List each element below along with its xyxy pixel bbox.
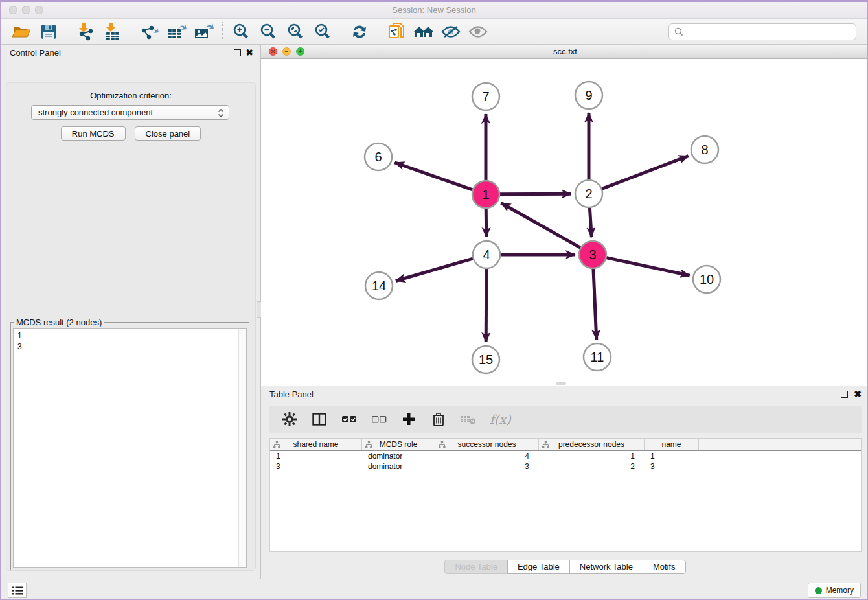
tab-edge-table[interactable]: Edge Table (507, 560, 570, 574)
home-button[interactable] (410, 21, 437, 42)
select-all-icon (341, 415, 357, 424)
graph-node-7[interactable]: 7 (472, 83, 499, 110)
node-label: 6 (374, 150, 382, 164)
import-network-button[interactable] (72, 21, 99, 42)
graph-node-4[interactable]: 4 (473, 241, 500, 268)
delete-row-button[interactable] (430, 411, 447, 428)
split-view-button[interactable] (311, 411, 328, 428)
plus-icon (402, 413, 415, 426)
table-settings-button[interactable] (281, 411, 298, 428)
graph-edge-1-2[interactable] (499, 194, 571, 194)
graph-node-14[interactable]: 14 (365, 272, 393, 299)
cell-MCDS-role[interactable]: dominator (362, 451, 435, 461)
search-input[interactable] (687, 27, 851, 36)
mcds-result-area[interactable]: 1 3 (13, 328, 247, 568)
minimize-window-icon[interactable] (22, 6, 30, 14)
close-window-icon[interactable] (9, 6, 17, 14)
close-panel-button[interactable]: Close panel (135, 126, 201, 141)
graph-edge-1-6[interactable] (394, 163, 473, 190)
column-header-successor-nodes[interactable]: successor nodes (435, 439, 539, 450)
column-header-predecessor-nodes[interactable]: predecessor nodes (539, 439, 645, 450)
export-network-button[interactable] (136, 21, 163, 42)
cell-predecessor-nodes[interactable]: 2 (539, 461, 645, 472)
cell-shared-name[interactable]: 3 (270, 461, 362, 472)
graph-node-2[interactable]: 2 (575, 180, 602, 207)
graph-node-11[interactable]: 11 (584, 343, 611, 371)
run-mcds-button[interactable]: Run MCDS (61, 126, 126, 141)
network-close-icon[interactable]: ✕ (269, 47, 277, 56)
tab-motifs[interactable]: Motifs (643, 560, 686, 574)
graph-edge-3-10[interactable] (606, 257, 690, 275)
zoom-fit-button[interactable] (282, 21, 309, 42)
cell-shared-name[interactable]: 1 (270, 451, 362, 461)
cell-predecessor-nodes[interactable]: 1 (539, 451, 645, 461)
save-session-button[interactable] (35, 21, 62, 42)
graph-edge-2-8[interactable] (602, 156, 689, 189)
cell-successor-nodes[interactable]: 3 (435, 461, 539, 472)
add-row-button[interactable] (400, 411, 417, 428)
graph-node-9[interactable]: 9 (575, 82, 602, 109)
graph-node-6[interactable]: 6 (365, 143, 392, 170)
cell-MCDS-role[interactable]: dominator (362, 461, 435, 472)
network-window-title: scc.txt (261, 45, 868, 58)
graph-edge-4-14[interactable] (396, 259, 474, 281)
show-all-button[interactable] (464, 21, 492, 42)
open-session-button[interactable] (8, 21, 35, 42)
close-table-panel-icon[interactable]: ✖ (854, 389, 862, 398)
table-header-row: shared nameMCDS rolesuccessor nodesprede… (270, 439, 861, 451)
export-image-button[interactable] (190, 21, 218, 42)
cell-name[interactable]: 1 (645, 451, 699, 461)
select-all-button[interactable] (341, 411, 358, 428)
tab-node-table[interactable]: Node Table (444, 560, 508, 574)
import-table-button[interactable] (99, 21, 126, 42)
graph-node-15[interactable]: 15 (472, 346, 499, 373)
graph-edge-3-1[interactable] (501, 203, 581, 248)
network-minimize-icon[interactable]: − (282, 47, 291, 56)
delete-table-button[interactable] (460, 411, 477, 428)
float-panel-icon[interactable] (234, 49, 241, 56)
attribute-icon (273, 441, 280, 448)
graph-edge-2-3[interactable] (589, 207, 591, 237)
zoom-fit-icon (286, 23, 304, 41)
graph-edge-4-15[interactable] (486, 268, 486, 342)
deselect-all-button[interactable] (371, 411, 387, 428)
float-table-panel-icon[interactable] (841, 391, 848, 398)
network-graph[interactable]: 7968124314101511 (261, 59, 868, 386)
graph-node-1[interactable]: 1 (472, 181, 499, 208)
network-maximize-icon[interactable]: + (296, 47, 304, 56)
zoom-in-button[interactable] (227, 21, 255, 42)
graph-node-8[interactable]: 8 (691, 136, 718, 163)
tab-network-table[interactable]: Network Table (569, 560, 643, 574)
clone-network-icon (387, 22, 405, 41)
cell-name[interactable]: 3 (645, 461, 699, 472)
cell-successor-nodes[interactable]: 4 (435, 451, 539, 461)
column-header-name[interactable]: name (645, 439, 699, 450)
maximize-window-icon[interactable] (35, 6, 43, 14)
zoom-selected-icon (314, 23, 332, 41)
task-history-button[interactable] (8, 583, 27, 598)
graph-node-3[interactable]: 3 (579, 241, 606, 268)
optimization-criterion-label: Optimization criterion: (6, 91, 255, 100)
search-box[interactable] (668, 23, 856, 40)
export-table-button[interactable] (163, 21, 190, 42)
close-panel-icon[interactable]: ✖ (246, 48, 253, 57)
apply-function-button[interactable]: f(x) (490, 411, 511, 428)
refresh-button[interactable] (346, 21, 373, 42)
result-scrollbar[interactable] (238, 329, 246, 567)
zoom-out-button[interactable] (255, 21, 282, 42)
graph-edge-3-11[interactable] (593, 268, 597, 340)
hide-selected-button[interactable] (437, 21, 464, 42)
canvas-resize-grip[interactable] (556, 382, 566, 385)
zoom-selected-button[interactable] (309, 21, 336, 42)
column-header-shared-name[interactable]: shared name (270, 439, 362, 450)
memory-button[interactable]: Memory (808, 583, 861, 598)
table-row[interactable]: 3dominator323 (270, 461, 861, 472)
clone-network-button[interactable] (383, 21, 410, 42)
criterion-dropdown[interactable]: strongly connected component (31, 105, 229, 120)
network-canvas[interactable]: 7968124314101511 (261, 59, 868, 386)
column-header-MCDS-role[interactable]: MCDS role (362, 439, 435, 450)
search-icon (674, 27, 683, 36)
node-table[interactable]: shared nameMCDS rolesuccessor nodesprede… (269, 438, 862, 552)
graph-node-10[interactable]: 10 (693, 266, 720, 293)
table-row[interactable]: 1dominator411 (270, 451, 861, 461)
